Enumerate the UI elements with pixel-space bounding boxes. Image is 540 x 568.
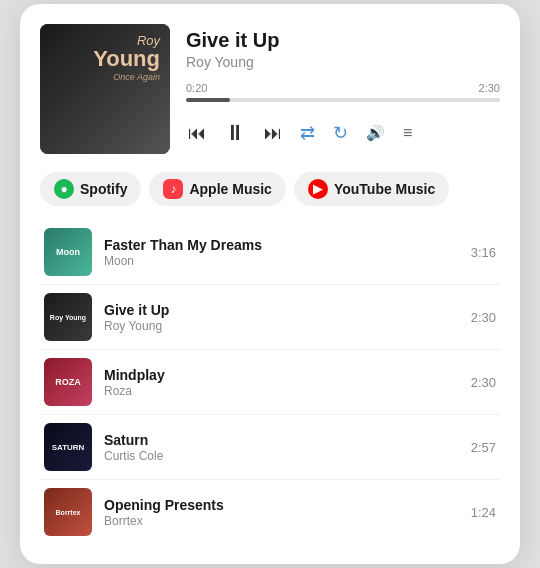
progress-bar[interactable] — [186, 98, 500, 102]
track-meta: Opening Presents Borrtex — [104, 497, 459, 528]
spotify-label: Spotify — [80, 181, 127, 197]
album-art: Roy Young Once Again — [40, 24, 170, 154]
track-artist-sub: Borrtex — [104, 514, 459, 528]
youtube-music-icon: ▶ — [308, 179, 328, 199]
track-name: Mindplay — [104, 367, 459, 383]
track-duration: 3:16 — [471, 245, 496, 260]
table-row[interactable]: Borrtex Opening Presents Borrtex 1:24 — [40, 480, 500, 544]
spotify-icon: ● — [54, 179, 74, 199]
track-name: Saturn — [104, 432, 459, 448]
track-duration: 1:24 — [471, 505, 496, 520]
track-thumbnail: Borrtex — [44, 488, 92, 536]
track-name: Opening Presents — [104, 497, 459, 513]
total-time: 2:30 — [479, 82, 500, 94]
table-row[interactable]: ROZA Mindplay Roza 2:30 — [40, 350, 500, 415]
fast-forward-button[interactable]: ⏭ — [262, 121, 284, 146]
track-info: Give it Up Roy Young 0:20 2:30 ⏮ ⏸ ⏭ ⇄ ↻… — [186, 24, 500, 154]
track-duration: 2:30 — [471, 375, 496, 390]
track-title: Give it Up — [186, 28, 500, 52]
track-thumbnail: Moon — [44, 228, 92, 276]
apple-music-tab[interactable]: ♪ Apple Music — [149, 172, 285, 206]
track-artist-sub: Curtis Cole — [104, 449, 459, 463]
shuffle-button[interactable]: ⇄ — [298, 120, 317, 146]
track-duration: 2:57 — [471, 440, 496, 455]
youtube-music-tab[interactable]: ▶ YouTube Music — [294, 172, 449, 206]
table-row[interactable]: Roy Young Give it Up Roy Young 2:30 — [40, 285, 500, 350]
progress-fill — [186, 98, 230, 102]
track-thumbnail: SATURN — [44, 423, 92, 471]
album-text-young: Young — [93, 48, 160, 70]
spotify-tab[interactable]: ● Spotify — [40, 172, 141, 206]
service-tabs: ● Spotify ♪ Apple Music ▶ YouTube Music — [40, 172, 500, 206]
apple-music-icon: ♪ — [163, 179, 183, 199]
pause-button[interactable]: ⏸ — [222, 118, 248, 148]
apple-music-label: Apple Music — [189, 181, 271, 197]
volume-button[interactable]: 🔊 — [364, 122, 387, 144]
progress-area: 0:20 2:30 — [186, 82, 500, 102]
track-artist-sub: Roy Young — [104, 319, 459, 333]
track-meta: Give it Up Roy Young — [104, 302, 459, 333]
track-meta: Faster Than My Dreams Moon — [104, 237, 459, 268]
table-row[interactable]: SATURN Saturn Curtis Cole 2:57 — [40, 415, 500, 480]
youtube-music-label: YouTube Music — [334, 181, 435, 197]
queue-button[interactable]: ≡ — [401, 122, 414, 144]
track-meta: Mindplay Roza — [104, 367, 459, 398]
track-duration: 2:30 — [471, 310, 496, 325]
table-row[interactable]: Moon Faster Than My Dreams Moon 3:16 — [40, 220, 500, 285]
current-time: 0:20 — [186, 82, 207, 94]
rewind-button[interactable]: ⏮ — [186, 121, 208, 146]
album-text-once: Once Again — [113, 72, 160, 82]
track-artist-sub: Roza — [104, 384, 459, 398]
music-player-card: Roy Young Once Again Give it Up Roy Youn… — [20, 4, 520, 564]
repeat-button[interactable]: ↻ — [331, 120, 350, 146]
track-name: Faster Than My Dreams — [104, 237, 459, 253]
track-list: Moon Faster Than My Dreams Moon 3:16 Roy… — [40, 220, 500, 544]
now-playing-section: Roy Young Once Again Give it Up Roy Youn… — [40, 24, 500, 154]
track-artist: Roy Young — [186, 54, 500, 70]
track-name: Give it Up — [104, 302, 459, 318]
track-thumbnail: Roy Young — [44, 293, 92, 341]
track-thumbnail: ROZA — [44, 358, 92, 406]
playback-controls: ⏮ ⏸ ⏭ ⇄ ↻ 🔊 ≡ — [186, 118, 500, 148]
track-meta: Saturn Curtis Cole — [104, 432, 459, 463]
track-artist-sub: Moon — [104, 254, 459, 268]
